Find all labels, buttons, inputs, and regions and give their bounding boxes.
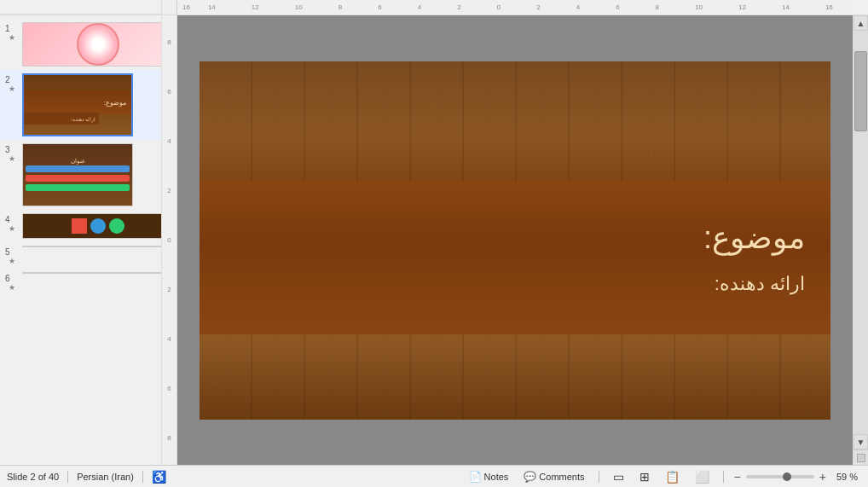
- normal-view-button[interactable]: ▭: [608, 468, 629, 485]
- slide-panel: 1 ★ 2 ★ موضوع: ارائه دهنده: [0, 15, 162, 465]
- flower-decoration: [77, 23, 119, 66]
- slide-number-1: 1: [5, 24, 17, 33]
- slide-thumbnail-1[interactable]: 1 ★: [0, 19, 161, 70]
- slide-canvas-area[interactable]: موضوع: ارائه دهنده:: [177, 15, 853, 465]
- vertical-scrollbar[interactable]: ▲ ▼: [853, 15, 868, 465]
- reading-view-icon: 📋: [665, 470, 680, 484]
- main-slide: موضوع: ارائه دهنده:: [200, 61, 830, 420]
- slide-sorter-button[interactable]: ⊞: [634, 468, 655, 485]
- slide-star-3: ★: [9, 154, 15, 163]
- presenter-icon: ⬜: [695, 470, 709, 484]
- slide-number-4: 4: [5, 215, 17, 224]
- horizontal-ruler: 16 14 12 10 8 6 4 2 0 2 4 6 8 10 12 14 1…: [177, 0, 853, 15]
- slide-title: موضوع:: [225, 220, 805, 256]
- slide-thumb-4: [22, 213, 162, 239]
- accessibility-icon[interactable]: ♿: [152, 470, 166, 484]
- notes-icon: 📄: [469, 471, 482, 483]
- main-content-area: 1 ★ 2 ★ موضوع: ارائه دهنده: [0, 15, 868, 465]
- scroll-thumb[interactable]: [854, 51, 867, 132]
- scroll-down-button[interactable]: ▼: [854, 434, 868, 449]
- notes-label: Notes: [484, 472, 509, 482]
- slide-thumb-1: [22, 22, 162, 67]
- status-left-section: Slide 2 of 40 Persian (Iran) ♿: [7, 470, 166, 484]
- slide-thumbnail-4[interactable]: 4 ★: [0, 210, 161, 242]
- scroll-up-button[interactable]: ▲: [854, 15, 868, 31]
- zoom-level[interactable]: 59 %: [833, 472, 861, 482]
- slide-thumbnail-3[interactable]: 3 ★ عنوان: [0, 140, 161, 210]
- zoom-out-button[interactable]: −: [732, 470, 743, 484]
- slide-thumb-5: عنوان 1 2 3: [22, 246, 162, 247]
- slide-banner: موضوع: ارائه دهنده:: [200, 181, 830, 334]
- scroll-corner: [854, 449, 868, 465]
- notes-button[interactable]: 📄 Notes: [464, 469, 514, 484]
- reading-view-button[interactable]: 📋: [660, 468, 685, 485]
- slide-background: موضوع: ارائه دهنده:: [200, 61, 830, 420]
- slide-info: Slide 2 of 40: [7, 472, 59, 482]
- slide-number-3: 3: [5, 145, 17, 154]
- zoom-track[interactable]: [746, 475, 814, 478]
- slide-star-2: ★: [9, 84, 15, 93]
- language-indicator: Persian (Iran): [77, 472, 134, 482]
- slide-star-1: ★: [9, 33, 15, 42]
- comments-button[interactable]: 💬 Comments: [518, 469, 589, 484]
- zoom-in-button[interactable]: +: [818, 470, 828, 484]
- vertical-ruler: 864202468: [162, 15, 177, 465]
- slide-thumb-3: عنوان: [22, 143, 133, 206]
- app-container: 16 14 12 10 8 6 4 2 0 2 4 6 8 10 12 14 1…: [0, 0, 868, 487]
- status-bar: Slide 2 of 40 Persian (Iran) ♿ 📄 Notes 💬…: [0, 465, 868, 487]
- comments-label: Comments: [539, 472, 584, 482]
- slide-number-6: 6: [5, 274, 17, 283]
- slide-thumbnail-5[interactable]: 5 ★ عنوان 1 2 3: [0, 242, 161, 269]
- divider-1: [67, 471, 68, 483]
- slide-thumbnail-2[interactable]: 2 ★ موضوع: ارائه دهنده:: [0, 70, 161, 140]
- slide-thumb-2: موضوع: ارائه دهنده:: [22, 73, 133, 136]
- slide-number-5: 5: [5, 247, 17, 257]
- divider-2: [142, 471, 143, 483]
- comments-icon: 💬: [524, 471, 536, 483]
- slide-star-6: ★: [9, 283, 15, 292]
- status-right-section: 📄 Notes 💬 Comments ▭ ⊞ 📋 ⬜: [464, 468, 861, 485]
- presenter-view-button[interactable]: ⬜: [690, 468, 715, 485]
- divider-4: [723, 471, 724, 483]
- normal-view-icon: ▭: [613, 470, 624, 484]
- zoom-controls: − +: [732, 470, 828, 484]
- divider-3: [599, 471, 599, 483]
- slide-subtitle: ارائه دهنده:: [225, 273, 805, 295]
- zoom-thumb[interactable]: [783, 473, 791, 481]
- slide-thumb-6: عنوان: [22, 272, 162, 274]
- slide-number-2: 2: [5, 75, 17, 84]
- slide-thumbnail-6[interactable]: 6 ★ عنوان: [0, 269, 161, 295]
- slide-sorter-icon: ⊞: [639, 470, 650, 484]
- slide-star-4: ★: [9, 224, 15, 233]
- slide-star-5: ★: [9, 257, 15, 265]
